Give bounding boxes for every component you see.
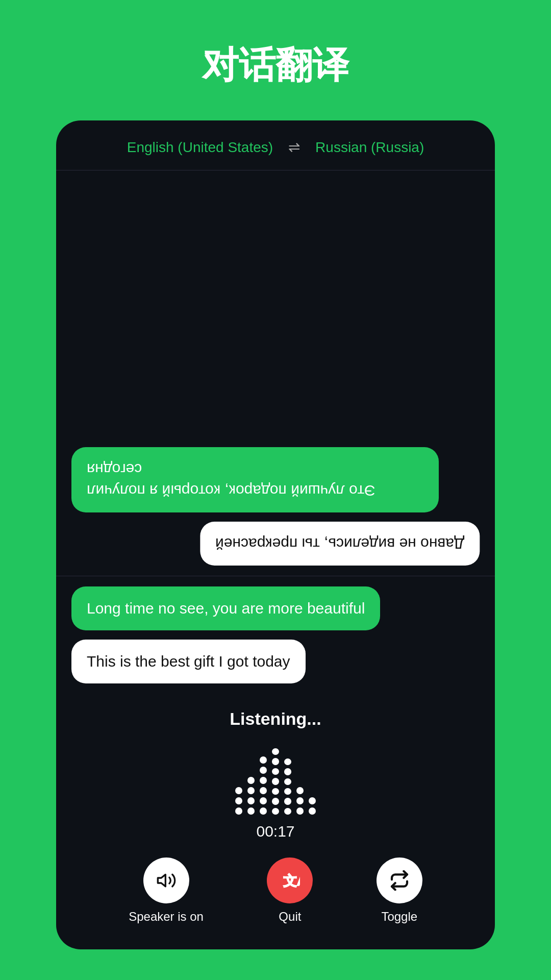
wave-col-6 — [296, 779, 304, 815]
svg-text:文A: 文A — [283, 873, 300, 889]
toggle-icon-circle — [377, 857, 422, 903]
bubble-russian-gift: Это лучший подарок, который я получил се… — [71, 447, 439, 512]
bubble-russian-longsee: Давно не виделись, ты прекрасней — [200, 522, 480, 566]
wave-col-2 — [247, 774, 255, 815]
quit-button[interactable]: 文A Quit — [267, 857, 313, 924]
lang-right[interactable]: Russian (Russia) — [315, 139, 424, 156]
wave-col-7 — [309, 794, 316, 815]
quit-icon-circle: 文A — [267, 857, 313, 903]
phone-card: English (United States) ⇌ Russian (Russi… — [56, 120, 495, 949]
controls-bar: Speaker is on 文A Quit — [66, 852, 485, 939]
lang-header: English (United States) ⇌ Russian (Russi… — [56, 120, 495, 170]
app-title: 对话翻译 — [202, 41, 349, 90]
speaker-icon-circle — [143, 857, 189, 903]
wave-col-5 — [284, 758, 291, 815]
bubble-english-gift: This is the best gift I got today — [71, 640, 306, 683]
bubble-english-longsee: Long time no see, you are more beautiful — [71, 586, 380, 630]
waveform — [235, 743, 316, 815]
wave-col-3 — [260, 753, 267, 815]
toggle-label: Toggle — [381, 910, 417, 924]
timer: 00:17 — [256, 823, 294, 840]
toggle-button[interactable]: Toggle — [377, 857, 422, 924]
speaker-button[interactable]: Speaker is on — [129, 857, 204, 924]
listening-status: Listening... — [230, 709, 321, 729]
chat-area-bottom: Long time no see, you are more beautiful… — [56, 576, 495, 694]
lang-left[interactable]: English (United States) — [127, 139, 273, 156]
wave-col-1 — [235, 784, 242, 815]
listening-area: Listening... — [56, 694, 495, 949]
swap-icon[interactable]: ⇌ — [288, 139, 300, 156]
chat-area-top: Это лучший подарок, который я получил се… — [56, 170, 495, 576]
quit-label: Quit — [279, 910, 301, 924]
wave-col-4 — [272, 748, 279, 815]
speaker-label: Speaker is on — [129, 910, 204, 924]
svg-marker-0 — [158, 874, 165, 886]
